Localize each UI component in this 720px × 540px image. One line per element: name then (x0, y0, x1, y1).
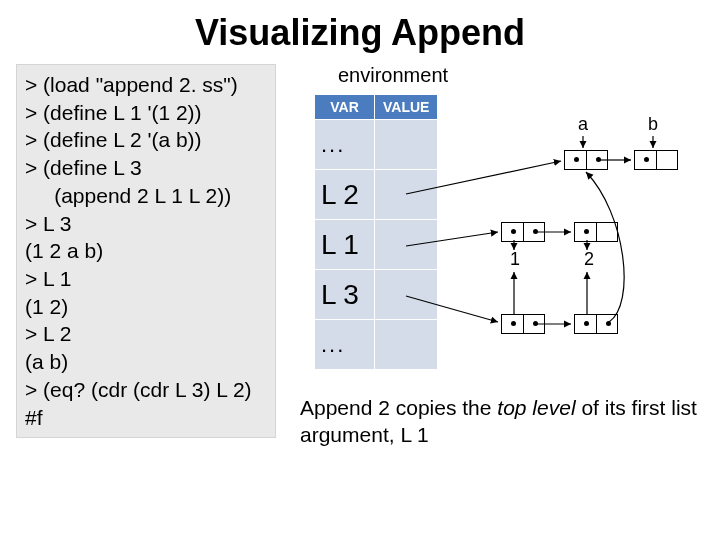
value-cell (375, 320, 438, 370)
port-icon (584, 321, 589, 326)
table-row: ... (315, 120, 438, 170)
environment-label: environment (338, 64, 448, 87)
var-cell: L 1 (315, 220, 375, 270)
value-header: VALUE (375, 95, 438, 120)
cons-cell (564, 150, 608, 170)
label-one: 1 (510, 249, 520, 270)
diagram-area: environment VAR VALUE ... L 2 L 1 L 3 (296, 64, 704, 438)
caption: Append 2 copies the top level of its fir… (300, 394, 700, 449)
var-cell: ... (315, 320, 375, 370)
table-header-row: VAR VALUE (315, 95, 438, 120)
port-icon (533, 321, 538, 326)
value-cell (375, 120, 438, 170)
var-header: VAR (315, 95, 375, 120)
environment-table: VAR VALUE ... L 2 L 1 L 3 ... (314, 94, 438, 370)
port-icon (584, 229, 589, 234)
content-area: > (load "append 2. ss") > (define L 1 '(… (0, 64, 720, 438)
port-icon (606, 321, 611, 326)
page-title: Visualizing Append (0, 12, 720, 54)
value-cell (375, 220, 438, 270)
table-row: L 3 (315, 270, 438, 320)
value-cell (375, 170, 438, 220)
port-icon (574, 157, 579, 162)
port-icon (533, 229, 538, 234)
caption-text: Append 2 copies the (300, 396, 497, 419)
cons-cell (501, 314, 545, 334)
cons-cell (574, 222, 618, 242)
port-icon (596, 157, 601, 162)
label-two: 2 (584, 249, 594, 270)
label-b: b (648, 114, 658, 135)
code-block: > (load "append 2. ss") > (define L 1 '(… (16, 64, 276, 438)
table-row: L 2 (315, 170, 438, 220)
table-row: ... (315, 320, 438, 370)
var-cell: ... (315, 120, 375, 170)
port-icon (511, 229, 516, 234)
var-cell: L 2 (315, 170, 375, 220)
cons-cell (501, 222, 545, 242)
label-a: a (578, 114, 588, 135)
cons-cell (634, 150, 678, 170)
port-icon (644, 157, 649, 162)
caption-italic: top level (497, 396, 581, 419)
table-row: L 1 (315, 220, 438, 270)
cons-cell (574, 314, 618, 334)
value-cell (375, 270, 438, 320)
var-cell: L 3 (315, 270, 375, 320)
port-icon (511, 321, 516, 326)
